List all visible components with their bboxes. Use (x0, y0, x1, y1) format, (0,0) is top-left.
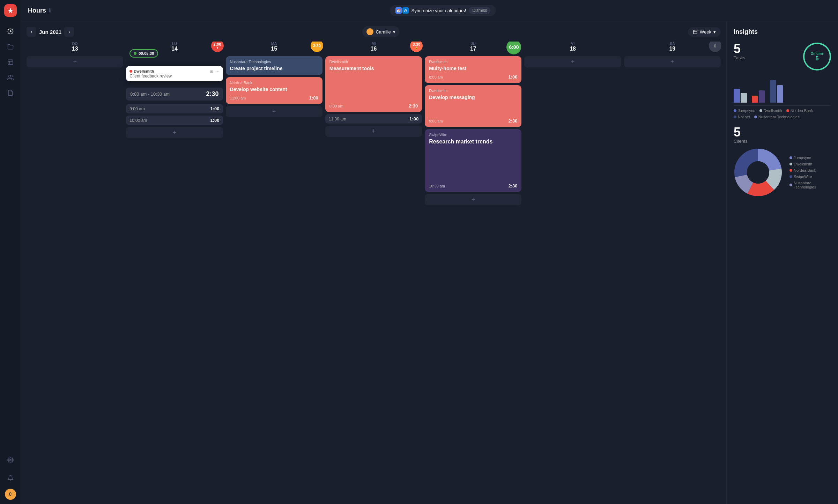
day-column-do13: DO 13 + (27, 42, 123, 504)
chart-legend: Jumpsync Dwellsmith Nordea Bank Not (734, 109, 831, 119)
task-footer: 10:30 am 2:30 (429, 183, 517, 188)
chevron-down-icon: ▾ (393, 29, 395, 35)
time-entry[interactable]: 11:30 am 1:00 (325, 114, 422, 124)
time-range-label: 8:00 am - 10:30 am (130, 91, 170, 97)
task-duration: 2:30 (409, 103, 418, 109)
task-card[interactable]: Dwellsmith Multy-home test 8:00 am 1:00 (425, 56, 521, 83)
tooltip-task: Client feedback review (129, 74, 219, 79)
sync-icons: 📅 W (395, 7, 409, 14)
task-duration: 2:30 (508, 118, 517, 124)
ontime-circle: On time 5 (803, 43, 831, 71)
add-entry-lu14[interactable]: + (126, 127, 223, 138)
day-header-mi16: MI 16 3:30 🔒 (325, 42, 422, 54)
sync-banner: 📅 W Syncronize your calendars! Dismiss (390, 5, 496, 16)
sidebar-item-notifications[interactable] (4, 472, 17, 484)
task-card[interactable]: Nordea Bank Develop website content 11:0… (226, 77, 322, 104)
clients-count: 5 (734, 126, 831, 139)
prev-month-button[interactable]: ‹ (27, 27, 36, 37)
user-avatar[interactable]: C (5, 489, 16, 500)
sidebar-item-settings[interactable] (4, 454, 17, 466)
day-header-ma15: MA 15 3:30 (226, 42, 322, 54)
bar-jumpsync (734, 89, 740, 103)
app-logo (4, 4, 17, 17)
sidebar-item-hours[interactable] (4, 25, 17, 38)
donut-legend-swipewire: SwipeWire (789, 175, 831, 179)
svg-rect-6 (694, 30, 697, 34)
bar-nusantara (777, 85, 783, 103)
calendar-controls: ‹ Jun 2021 › Camille ▾ Week ▾ (27, 21, 721, 42)
task-card[interactable]: SwipeWire Research market trends 10:30 a… (425, 129, 521, 192)
user-filter-button[interactable]: Camille ▾ (362, 26, 399, 37)
sidebar-item-invoices[interactable] (4, 87, 17, 99)
task-name: Create project timeline (230, 65, 318, 72)
add-entry-ma15[interactable]: + (226, 106, 322, 117)
chart-baseline (734, 105, 831, 106)
task-client: SwipeWire (429, 133, 517, 137)
task-footer: 8:00 am 2:30 (329, 103, 418, 109)
task-footer: 8:00 am 1:00 (429, 74, 517, 80)
clients-label: Clients (734, 139, 831, 144)
legend-dot (789, 175, 792, 178)
task-client: Dwellsmith (429, 60, 517, 64)
add-entry-mi16[interactable]: + (325, 126, 422, 137)
bar-group (770, 80, 783, 103)
task-client: Dwellsmith (329, 60, 418, 64)
task-time: 8:00 am (329, 104, 343, 108)
day-header-ju17: JU 17 6:00 (425, 42, 521, 54)
tooltip-company: Dwellsmith (134, 69, 154, 73)
legend-dot (786, 109, 789, 112)
donut-chart (734, 148, 783, 197)
ontime-section: 5 Tasks On time 5 (734, 43, 831, 71)
expand-icon[interactable]: ⊞ (210, 69, 213, 74)
clients-insight-section: 5 Clients (734, 126, 831, 197)
svg-rect-1 (8, 60, 13, 65)
bar-dwellsmith (741, 93, 747, 103)
calendar-area: ‹ Jun 2021 › Camille ▾ Week ▾ (21, 21, 838, 504)
task-client: Nordea Bank (230, 81, 318, 85)
sidebar-item-team[interactable] (4, 71, 17, 84)
task-card[interactable]: Dwellsmith Measurement tools 8:00 am 2:3… (325, 56, 422, 112)
task-card[interactable]: Nusantara Technologies Create project ti… (226, 56, 322, 75)
dismiss-button[interactable]: Dismiss (469, 7, 490, 14)
task-name: Develop messaging (429, 94, 517, 101)
timer-indicator (134, 52, 136, 55)
legend-dot (759, 109, 762, 112)
time-entry[interactable]: 9:00 am 1:00 (126, 104, 223, 113)
entry-duration: 1:00 (409, 116, 418, 121)
calendar-icon: 📅 (395, 7, 402, 14)
insights-panel: Insights 5 Tasks On time 5 (726, 21, 838, 504)
tooltip-actions: ⊞ ⋯ (210, 69, 220, 74)
add-entry-vi18[interactable]: + (524, 56, 621, 67)
bar-chart (734, 75, 831, 103)
day-header-sa19: SÁ 19 0 (624, 42, 721, 54)
week-view-button[interactable]: Week ▾ (688, 27, 721, 37)
day-column-sa19: SÁ 19 0 + (624, 42, 721, 504)
tooltip-company-dot (129, 70, 132, 73)
sidebar-item-projects[interactable] (4, 40, 17, 53)
info-icon[interactable]: ℹ (49, 8, 51, 13)
ontime-label: On time (810, 52, 823, 55)
more-icon[interactable]: ⋯ (215, 69, 220, 74)
topbar: Hours ℹ 📅 W Syncronize your calendars! D… (21, 0, 838, 21)
add-entry-sa19[interactable]: + (624, 56, 721, 67)
day-column-lu14: LU 14 2:00 ▾ 00:05:30 (126, 42, 223, 504)
day-column-ma15: MA 15 3:30 Nusantara Technologies Create… (226, 42, 322, 504)
task-footer: 9:00 am 2:30 (429, 118, 517, 124)
bar-group (734, 89, 747, 103)
legend-notset: Not set (734, 115, 750, 119)
add-entry-ju17[interactable]: + (425, 194, 521, 205)
day-column-vi18: VI 18 + (524, 42, 621, 504)
month-nav: ‹ Jun 2021 › (27, 27, 74, 37)
task-card[interactable]: Dwellsmith Develop messaging 9:00 am 2:3… (425, 85, 521, 127)
legend-nordea: Nordea Bank (786, 109, 813, 113)
time-entry[interactable]: 10:00 am 1:00 (126, 116, 223, 125)
time-range-duration: 2:30 (206, 90, 219, 98)
entry-time: 10:00 am (129, 118, 147, 123)
next-month-button[interactable]: › (64, 27, 74, 37)
entry-duration: 1:00 (210, 106, 220, 111)
user-avatar-small (366, 28, 373, 35)
insights-title: Insights (734, 28, 831, 36)
time-range-tooltip: 8:00 am - 10:30 am 2:30 (126, 88, 223, 101)
sidebar-item-reports[interactable] (4, 56, 17, 68)
add-entry-do13[interactable]: + (27, 56, 123, 67)
